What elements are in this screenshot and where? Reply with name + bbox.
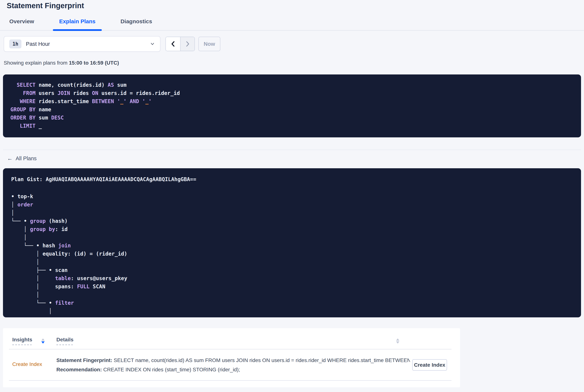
time-range-dropdown[interactable]: 1h Past Hour [4, 36, 160, 52]
sort-down-icon [41, 341, 45, 344]
recommendation-line: Recommendation: CREATE INDEX ON rides (s… [56, 365, 410, 374]
create-index-button[interactable]: Create Index [412, 359, 447, 370]
tab-overview[interactable]: Overview [3, 18, 40, 30]
create-index-insight-link[interactable]: Create Index [12, 361, 42, 367]
tab-bar: Overview Explain Plans Diagnostics [0, 18, 584, 30]
time-range-selected: Past Hour [26, 41, 50, 47]
tab-overview-label: Overview [9, 18, 34, 24]
tab-explain-plans[interactable]: Explain Plans [53, 18, 102, 30]
sort-toggle-insights[interactable] [41, 338, 45, 344]
page-title: Statement Fingerprint [7, 1, 584, 10]
details-header-dashed-underline [56, 344, 73, 345]
insight-details-cell: Statement Fingerprint: SELECT name, coun… [56, 356, 410, 374]
summary-prefix: Showing explain plans from [4, 60, 69, 66]
sort-down-icon [396, 341, 399, 344]
chevron-right-icon [184, 40, 191, 48]
time-range-badge: 1h [9, 40, 21, 48]
tab-diagnostics-label: Diagnostics [120, 18, 152, 24]
back-arrow-icon: ← [7, 155, 13, 162]
previous-time-window-button[interactable] [166, 37, 180, 51]
insights-card: Insights Details Create Index Statement … [3, 328, 460, 387]
plan-gist: Plan Gist: AgHUAQIABQAAAAHYAQIAiAEAAAADC… [11, 175, 581, 184]
active-tab-underline [53, 29, 102, 31]
statement-fingerprint-line: Statement Fingerprint: SELECT name, coun… [56, 356, 410, 365]
sort-toggle-details[interactable] [396, 338, 399, 344]
column-header-insights[interactable]: Insights [12, 337, 32, 343]
all-plans-label: All Plans [16, 156, 37, 162]
recommendation-label: Recommendation: [56, 367, 102, 372]
sql-fingerprint-block: SELECT name, count(rides.id) AS sum FROM… [3, 74, 581, 137]
sort-up-icon [396, 338, 399, 341]
recommendation-text: CREATE INDEX ON rides (start_time) STORI… [102, 367, 240, 372]
table-row-divider [9, 380, 452, 381]
tab-explain-plans-label: Explain Plans [59, 18, 95, 24]
statement-fingerprint-page: Statement Fingerprint Overview Explain P… [0, 1, 584, 387]
tab-diagnostics[interactable]: Diagnostics [114, 18, 158, 30]
all-plans-back-link[interactable]: ← All Plans [7, 155, 37, 162]
summary-time-range: 15:00 to 16:59 (UTC) [69, 60, 119, 66]
statement-fingerprint-text: SELECT name, count(rides.id) AS sum FROM… [112, 358, 410, 363]
time-pager [165, 37, 195, 51]
section-divider [3, 150, 581, 150]
showing-plans-summary: Showing explain plans from 15:00 to 16:5… [4, 60, 584, 66]
plan-gist-block: Plan Gist: AgHUAQIABQAAAAHYAQIAiAEAAAADC… [3, 168, 581, 317]
statement-fingerprint-label: Statement Fingerprint: [56, 358, 112, 363]
chevron-left-icon [170, 40, 176, 48]
time-controls: 1h Past Hour Now [4, 36, 584, 52]
table-header-divider [9, 349, 452, 350]
chevron-down-icon [150, 41, 155, 47]
plan-tree: • top-k│ order│└── • group (hash) │ grou… [11, 192, 581, 315]
column-header-details[interactable]: Details [56, 337, 73, 343]
now-button[interactable]: Now [198, 37, 220, 51]
sort-up-icon [41, 338, 45, 341]
next-time-window-button[interactable] [180, 37, 194, 51]
insights-header-dashed-underline [12, 344, 32, 345]
